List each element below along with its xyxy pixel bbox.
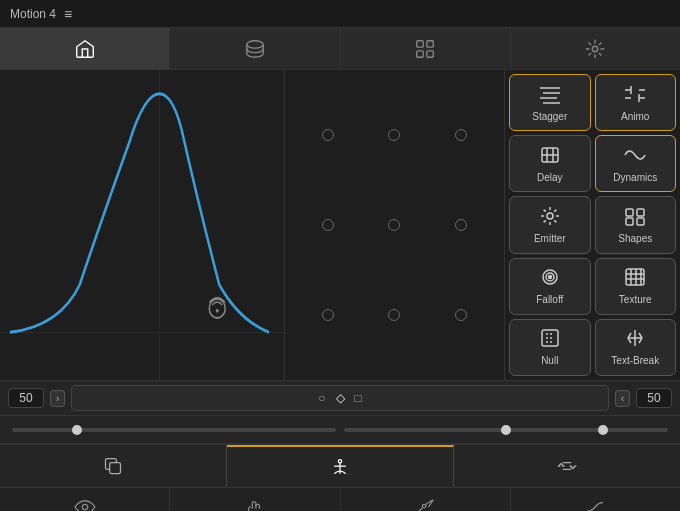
tab-anchor[interactable]	[227, 445, 454, 487]
mid-slider-thumb[interactable]	[501, 425, 511, 435]
svg-line-31	[554, 220, 556, 222]
animo-icon	[623, 84, 647, 107]
tool-textbreak[interactable]: Text-Break	[595, 319, 677, 376]
svg-rect-36	[626, 218, 633, 225]
emitter-icon	[538, 206, 562, 229]
svg-rect-1	[417, 40, 423, 46]
svg-rect-50	[110, 463, 121, 474]
svg-rect-3	[417, 50, 423, 56]
app-title: Motion 4	[10, 7, 56, 21]
shape-controls: ○ ◇ □	[71, 385, 608, 411]
null-label: Null	[541, 355, 558, 366]
left-slider-thumb[interactable]	[72, 425, 82, 435]
grid-dot[interactable]	[322, 309, 334, 321]
svg-rect-4	[427, 50, 433, 56]
right-slider-track[interactable]	[344, 428, 668, 432]
texture-icon	[623, 267, 647, 290]
tab-home[interactable]	[0, 28, 170, 69]
tab-layers[interactable]	[170, 28, 340, 69]
stagger-label: Stagger	[532, 111, 567, 122]
sub-tool-touch[interactable]	[170, 488, 340, 511]
svg-point-40	[548, 276, 551, 279]
svg-point-25	[547, 213, 553, 219]
svg-point-5	[593, 46, 599, 52]
tool-emitter[interactable]: Emitter	[509, 196, 591, 253]
shapes-icon	[623, 206, 647, 229]
svg-line-32	[554, 210, 556, 212]
tab-copy[interactable]	[0, 445, 227, 487]
grid-dot[interactable]	[388, 219, 400, 231]
null-icon	[538, 328, 562, 351]
tab-transform[interactable]	[511, 28, 680, 69]
emitter-label: Emitter	[534, 233, 566, 244]
delay-icon	[538, 145, 562, 168]
svg-point-51	[338, 460, 341, 463]
canvas-area	[0, 70, 285, 380]
slider-row	[0, 416, 680, 444]
grid-area	[285, 70, 505, 380]
sub-tool-magic[interactable]	[341, 488, 511, 511]
right-value-input[interactable]: 50	[636, 388, 672, 408]
svg-line-33	[543, 220, 545, 222]
grid-dot[interactable]	[388, 309, 400, 321]
menu-icon[interactable]: ≡	[64, 6, 72, 22]
title-bar: Motion 4 ≡	[0, 0, 680, 28]
tool-delay[interactable]: Delay	[509, 135, 591, 192]
tab-grid[interactable]	[341, 28, 511, 69]
sub-tools-row	[0, 488, 680, 511]
svg-rect-34	[626, 209, 633, 216]
grid-row-3	[295, 309, 494, 321]
left-slider-track[interactable]	[12, 428, 336, 432]
grid-dot[interactable]	[455, 309, 467, 321]
textbreak-icon	[623, 328, 647, 351]
diamond-shape-btn[interactable]: ◇	[336, 391, 345, 405]
grid-row-1	[295, 129, 494, 141]
svg-point-10	[216, 309, 219, 313]
falloff-icon	[538, 267, 562, 290]
main-area: Stagger Animo	[0, 70, 680, 380]
grid-dot[interactable]	[322, 219, 334, 231]
animo-label: Animo	[621, 111, 649, 122]
tool-animo[interactable]: Animo	[595, 74, 677, 131]
tool-null[interactable]: Null	[509, 319, 591, 376]
tool-texture[interactable]: Texture	[595, 258, 677, 315]
svg-rect-37	[637, 218, 644, 225]
texture-label: Texture	[619, 294, 652, 305]
square-shape-btn[interactable]: □	[355, 391, 362, 405]
sub-tool-curve[interactable]	[511, 488, 680, 511]
svg-rect-6	[0, 70, 284, 380]
dynamics-icon	[623, 145, 647, 168]
left-value-input[interactable]: 50	[8, 388, 44, 408]
right-arrow-btn[interactable]: ‹	[615, 390, 630, 407]
svg-rect-2	[427, 40, 433, 46]
tool-dynamics[interactable]: Dynamics	[595, 135, 677, 192]
tools-panel: Stagger Animo	[505, 70, 680, 380]
delay-label: Delay	[537, 172, 563, 183]
grid-dot[interactable]	[388, 129, 400, 141]
svg-point-0	[247, 40, 264, 47]
left-arrow-btn[interactable]: ›	[50, 390, 65, 407]
svg-point-53	[82, 504, 87, 509]
grid-row-2	[295, 219, 494, 231]
nav-tabs	[0, 28, 680, 70]
right-slider-thumb[interactable]	[598, 425, 608, 435]
tool-shapes[interactable]: Shapes	[595, 196, 677, 253]
svg-line-30	[543, 210, 545, 212]
circle-shape-btn[interactable]: ○	[318, 391, 325, 405]
falloff-label: Falloff	[536, 294, 563, 305]
tool-stagger[interactable]: Stagger	[509, 74, 591, 131]
grid-dot[interactable]	[455, 129, 467, 141]
dynamics-label: Dynamics	[613, 172, 657, 183]
stagger-icon	[538, 84, 562, 107]
tab-switch[interactable]	[454, 445, 680, 487]
svg-rect-35	[637, 209, 644, 216]
textbreak-label: Text-Break	[611, 355, 659, 366]
svg-point-54	[422, 504, 426, 508]
tool-falloff[interactable]: Falloff	[509, 258, 591, 315]
sub-tool-view[interactable]	[0, 488, 170, 511]
controls-row: 50 › ○ ◇ □ ‹ 50	[0, 380, 680, 416]
grid-dot[interactable]	[455, 219, 467, 231]
shapes-label: Shapes	[618, 233, 652, 244]
bottom-tabs	[0, 444, 680, 488]
grid-dot[interactable]	[322, 129, 334, 141]
